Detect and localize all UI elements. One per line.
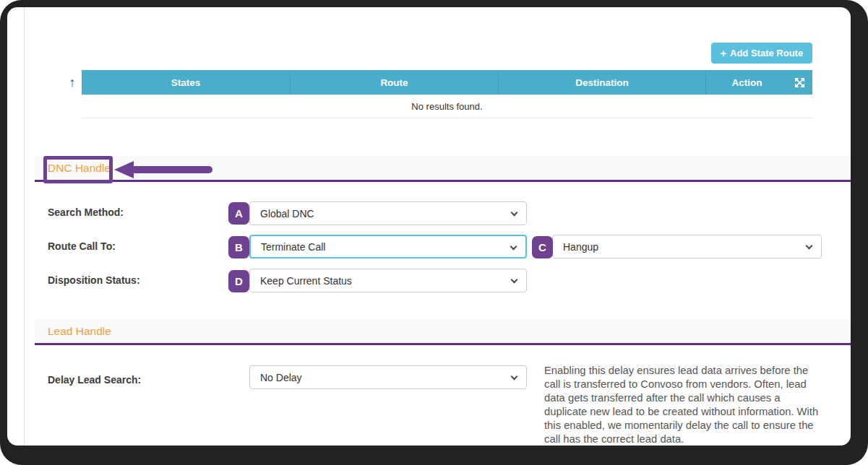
route-call-to-label: Route Call To: bbox=[48, 240, 116, 252]
search-method-value: Global DNC bbox=[260, 208, 314, 220]
state-routes-table: States Route Destination Action No resul… bbox=[82, 70, 812, 118]
chevron-down-icon bbox=[510, 243, 517, 251]
dnc-handle-title: DNC Handle bbox=[35, 162, 111, 175]
route-call-to-value: Terminate Call bbox=[261, 241, 325, 253]
delay-lead-search-label: Delay Lead Search: bbox=[48, 374, 141, 386]
delay-lead-search-help-text: Enabling this delay ensures lead data ar… bbox=[544, 364, 820, 446]
badge-c: C bbox=[532, 236, 553, 258]
delay-lead-search-select[interactable]: No Delay bbox=[249, 365, 527, 389]
table-header-row: States Route Destination Action bbox=[82, 70, 812, 95]
search-method-select[interactable]: Global DNC bbox=[249, 201, 527, 225]
disposition-status-value: Keep Current Status bbox=[260, 275, 352, 287]
chevron-down-icon bbox=[511, 277, 518, 284]
column-header-states: States bbox=[82, 70, 291, 95]
lead-handle-title: Lead Handle bbox=[35, 325, 111, 338]
badge-b: B bbox=[228, 236, 249, 258]
window-frame: + Add State Route ↑ States Route Destina… bbox=[0, 0, 868, 465]
route-call-to-select[interactable]: Terminate Call bbox=[249, 235, 527, 258]
disposition-status-select[interactable]: Keep Current Status bbox=[249, 269, 527, 292]
plus-icon: + bbox=[721, 48, 726, 59]
add-state-route-button[interactable]: + Add State Route bbox=[711, 43, 812, 64]
column-header-destination: Destination bbox=[499, 70, 706, 95]
disposition-status-label: Disposition Status: bbox=[48, 274, 140, 286]
expand-arrows-icon[interactable] bbox=[788, 70, 812, 95]
lead-handle-section-header: Lead Handle bbox=[35, 319, 851, 345]
column-header-action: Action bbox=[706, 70, 788, 95]
badge-d: D bbox=[228, 270, 249, 292]
search-method-label: Search Method: bbox=[48, 207, 124, 218]
delay-lead-search-value: No Delay bbox=[260, 372, 302, 383]
page-content: + Add State Route ↑ States Route Destina… bbox=[7, 7, 851, 446]
add-state-route-label: Add State Route bbox=[730, 48, 803, 58]
route-destination-select[interactable]: Hangup bbox=[552, 235, 822, 258]
column-header-route: Route bbox=[291, 70, 499, 95]
empty-results-row: No results found. bbox=[82, 95, 812, 118]
route-destination-value: Hangup bbox=[563, 241, 598, 253]
chevron-down-icon bbox=[511, 209, 518, 217]
move-up-icon[interactable]: ↑ bbox=[64, 74, 81, 91]
chevron-down-icon bbox=[511, 373, 518, 381]
chevron-down-icon bbox=[806, 243, 813, 250]
dnc-handle-section-header: DNC Handle bbox=[35, 156, 851, 182]
content-left-divider bbox=[24, 7, 25, 446]
badge-a: A bbox=[228, 202, 249, 225]
